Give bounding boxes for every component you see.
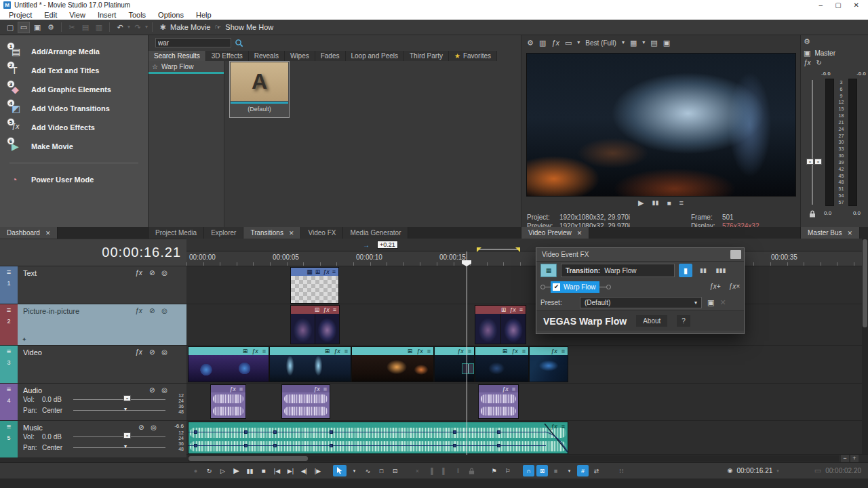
pan-slider[interactable] [73,410,165,411]
minimize-button[interactable]: – [819,1,823,9]
tab-explorer[interactable]: Explorer [204,227,243,239]
event-fx-icon[interactable]: ƒx [323,306,330,313]
dashboard-item-make-movie[interactable]: 6▶ Make Movie [0,137,148,156]
scrub-control-icon[interactable]: ⇄ [591,465,602,476]
dashboard-item-power-user[interactable]: ◔ Power User Mode [0,170,148,189]
envelope-node[interactable] [194,430,197,434]
go-to-start-icon[interactable]: |◀ [271,465,283,476]
tab-master-bus[interactable]: Master Bus ✕ [801,227,860,239]
track-fx-icon[interactable]: ƒx [135,269,142,277]
cut-icon[interactable]: ✂ [66,22,78,33]
close-icon[interactable]: ✕ [289,230,294,237]
tab-video-fx[interactable]: Video FX [301,227,343,239]
solo-icon[interactable]: ◎ [161,307,167,314]
paste-icon[interactable]: ▥ [93,22,105,33]
copy-frame-icon[interactable]: ▤ [650,39,657,47]
external-monitor-icon[interactable]: ▭ [565,39,572,47]
solo-icon[interactable]: ◎ [161,386,167,394]
master-fader-track[interactable] [812,80,813,205]
audio-event-clip[interactable]: ƒx ≡ [281,384,330,419]
pane-layout-3-button[interactable]: ▮▮▮ [714,264,728,277]
envelope-node[interactable] [330,430,333,434]
save-preset-icon[interactable]: ▣ [707,299,714,306]
track-menu-icon[interactable]: ≡ [7,268,11,276]
new-project-icon[interactable]: ▢ [4,22,16,33]
pane-layout-2-button[interactable]: ▮▮ [696,264,710,277]
event-menu-icon[interactable]: ≡ [561,348,565,354]
quantize-to-frames-icon[interactable]: # [577,465,589,476]
track-name[interactable]: Music [23,424,43,432]
audio-event-clip[interactable]: ƒx ≡ [210,384,246,419]
pan-crop-icon[interactable]: ⊞ [243,348,248,354]
edit-tool-dropdown-icon[interactable]: ▾ [349,465,360,476]
envelope-node[interactable] [244,444,248,447]
play-from-start-icon[interactable]: ▷ [217,465,229,476]
mute-icon[interactable]: ⊘ [149,269,155,277]
snap-toggle-icon[interactable]: ∩ [523,465,534,476]
audio-event-clip[interactable]: ƒx ≡ [478,384,519,419]
close-icon[interactable]: ✕ [577,230,583,237]
event-menu-icon[interactable]: ≡ [512,386,515,392]
menu-view[interactable]: View [63,11,92,19]
show-me-how-icon[interactable]: ☞ [212,22,224,33]
track-fx-icon[interactable]: ƒx [135,348,142,356]
event-fx-icon[interactable]: ƒx [229,386,236,392]
tab-favorites[interactable]: ★Favorites [449,51,497,61]
pan-crop-icon[interactable]: ⊞ [501,306,507,313]
timecode-dropdown-icon[interactable]: ▾ [776,468,779,473]
record-icon[interactable]: ● [190,465,201,476]
track-header-picture-in-picture[interactable]: ≡ 2 Picture-in-picture ƒx ⊘ ◎ ✦ [0,304,186,346]
dashboard-item-add-graphics[interactable]: 3◆ Add Graphic Elements [0,80,148,99]
cursor-position-timecode[interactable]: 00:00:16.21 [736,467,772,474]
track-row-picture-in-picture[interactable] [186,304,868,346]
event-menu-icon[interactable]: ≡ [239,386,243,392]
volume-envelope[interactable] [189,445,546,446]
envelope-node[interactable] [453,444,456,447]
pan-value[interactable]: Center [42,407,73,414]
preview-play-icon[interactable]: ▶ [638,199,644,207]
event-menu-icon[interactable]: ≡ [427,348,431,354]
pan-slider[interactable] [73,447,165,448]
event-fx-icon[interactable]: ƒx [551,348,557,354]
pan-crop-icon[interactable]: ⊞ [408,348,413,354]
pause-icon[interactable]: ▮▮ [244,465,256,476]
event-fx-icon[interactable]: ƒx [509,306,516,313]
mute-icon[interactable]: ⊘ [149,348,155,356]
about-button[interactable]: About [636,315,667,327]
split-icon[interactable]: ‖ [452,465,464,476]
search-icon[interactable] [235,39,243,47]
envelope-node[interactable] [497,430,500,434]
transition-list-item-warp-flow[interactable]: ☆ Warp Flow [149,61,224,72]
event-menu-icon[interactable]: ≡ [323,386,327,392]
play-icon[interactable]: ▶ [231,465,242,476]
make-movie-button[interactable]: Make Movie [170,23,210,31]
selection-tool-icon[interactable]: □ [376,465,387,476]
tab-third-party[interactable]: Third Party [404,51,449,61]
tab-project-media[interactable]: Project Media [149,227,204,239]
lock-icon[interactable] [809,210,816,218]
save-project-icon[interactable]: ▣ [31,22,43,33]
timeline-ruler[interactable]: 00:00:00 00:00:05 00:00:10 00:00:15 00:0… [186,251,868,266]
pip-event-clip[interactable]: ⊞ ƒx ≡ [475,305,526,344]
pane-layout-1-button[interactable]: ▮ [679,264,692,277]
solo-icon[interactable]: ◎ [161,269,167,277]
preview-device-icon[interactable]: ▥ [539,39,546,47]
tab-wipes[interactable]: Wipes [285,51,315,61]
track-header-text[interactable]: ≡ 1 Text ƒx ⊘ ◎ [0,266,186,304]
delete-icon[interactable]: × [412,465,423,476]
loop-region-bar[interactable] [478,249,520,250]
dashboard-item-add-text[interactable]: 2T Add Text and Titles [0,61,148,80]
pan-slider-handle[interactable]: ▾ [124,406,127,412]
track-menu-icon[interactable]: ≡ [7,347,11,355]
envelope-node[interactable] [273,430,277,434]
track-header-video[interactable]: ≡ 3 Video ƒx ⊘ ◎ [0,346,186,384]
preview-stop-icon[interactable]: ■ [667,200,671,207]
event-fx-icon[interactable]: ƒx [416,348,423,354]
redo-icon[interactable]: ↷ [132,22,144,33]
event-tool-icon[interactable]: ≡ [550,465,561,476]
loop-region-start-marker[interactable] [477,247,481,252]
envelope-node[interactable] [330,444,333,447]
pan-crop-icon[interactable]: ⊞ [315,268,321,275]
tab-search-results[interactable]: Search Results [149,51,206,61]
playhead-line[interactable] [467,251,467,455]
